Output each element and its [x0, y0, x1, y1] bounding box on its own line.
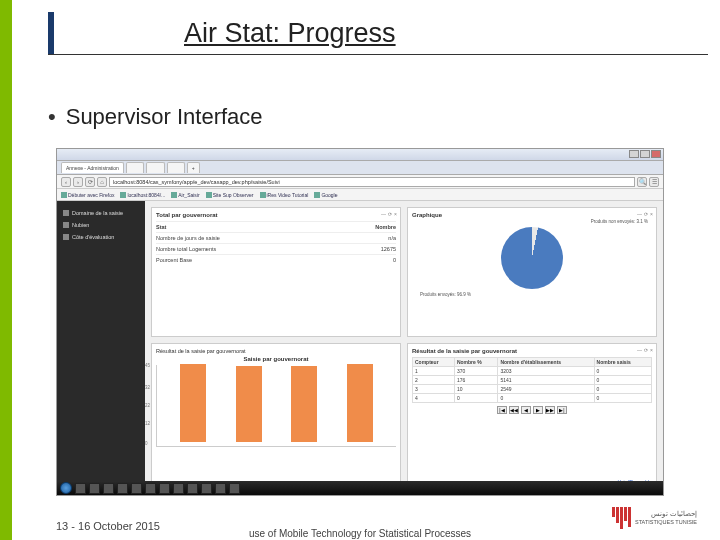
home-button[interactable]: ⌂ [97, 177, 107, 187]
taskbar-icon[interactable] [229, 483, 240, 494]
minimize-icon[interactable]: — [637, 347, 642, 353]
y-tick: 0 [145, 441, 148, 446]
table-row: Nombre total Logements12675 [156, 243, 396, 254]
menu-icon[interactable]: ☰ [649, 177, 659, 187]
bookmark-item[interactable]: Google [314, 192, 337, 198]
browser-tab-strip: Annexe - Administration + [57, 161, 663, 175]
pager-prev-fast[interactable]: ◀◀ [509, 406, 519, 414]
browser-tab[interactable] [146, 162, 164, 173]
taskbar-icon[interactable] [145, 483, 156, 494]
close-icon[interactable]: × [650, 211, 653, 217]
window-titlebar[interactable] [57, 149, 663, 161]
minimize-icon[interactable]: — [381, 211, 386, 217]
refresh-icon[interactable]: ⟳ [644, 347, 648, 353]
bar [236, 366, 262, 442]
refresh-icon[interactable]: ⟳ [388, 211, 392, 217]
table-row: 31025490 [413, 385, 652, 394]
pie-chart: Produits non envoyés: 3.1 % Produits env… [412, 221, 652, 295]
panel-title: Résultat de la saisie par gouvernorat [412, 348, 652, 354]
app-body: Domaine de la saisie Nubien Côte d'évalu… [57, 201, 663, 495]
pager-next[interactable]: ▶ [533, 406, 543, 414]
new-tab-button[interactable]: + [187, 162, 200, 173]
bookmark-item[interactable]: iRes Video Tutorial [260, 192, 309, 198]
bookmark-bar: Débuter avec Firefox localhost:8084/... … [57, 189, 663, 201]
taskbar-icon[interactable] [117, 483, 128, 494]
panel-title: Total par gouvernorat [156, 212, 396, 218]
taskbar-icon[interactable] [201, 483, 212, 494]
maximize-button[interactable] [640, 150, 650, 158]
browser-tab[interactable] [126, 162, 144, 173]
taskbar-icon[interactable] [159, 483, 170, 494]
sidebar-item[interactable]: Côte d'évaluation [61, 231, 141, 243]
refresh-icon[interactable]: ⟳ [644, 211, 648, 217]
bookmark-item[interactable]: localhost:8084/... [120, 192, 165, 198]
panel-tools: —⟳× [381, 211, 397, 217]
table-row: Pourcent Base0 [156, 254, 396, 265]
pie-graphic [501, 227, 563, 289]
table-header-row: StatNombre [156, 221, 396, 232]
chart-title: Saisie par gouvernorat [156, 356, 396, 362]
bar [347, 364, 373, 442]
taskbar-icon[interactable] [131, 483, 142, 494]
bookmark-icon [206, 192, 212, 198]
gauge-icon [63, 210, 69, 216]
back-button[interactable]: ‹ [61, 177, 71, 187]
bookmark-item[interactable]: Air_Saisir [171, 192, 199, 198]
pager-last[interactable]: ▶| [557, 406, 567, 414]
close-icon[interactable]: × [650, 347, 653, 353]
footer-date: 13 - 16 October 2015 [56, 520, 160, 532]
url-input[interactable]: localhost:8084/cas_symfony/app/e_dev/cas… [109, 177, 635, 187]
taskbar-icon[interactable] [173, 483, 184, 494]
sidebar: Domaine de la saisie Nubien Côte d'évalu… [57, 201, 145, 495]
logo-statistiques-tunisie: إحصائيات تونس STATISTIQUES TUNISIE [612, 502, 700, 534]
close-icon[interactable]: × [394, 211, 397, 217]
bookmark-icon [171, 192, 177, 198]
taskbar-icon[interactable] [187, 483, 198, 494]
bookmark-item[interactable]: Débuter avec Firefox [61, 192, 114, 198]
sidebar-item[interactable]: Nubien [61, 219, 141, 231]
logo-text: إحصائيات تونس STATISTIQUES TUNISIE [635, 510, 697, 526]
bullet-text: Supervisor Interface [66, 104, 263, 129]
close-button[interactable] [651, 150, 661, 158]
pager-first[interactable]: |◀ [497, 406, 507, 414]
gear-icon [63, 234, 69, 240]
slide-title: Air Stat: Progress [54, 12, 528, 49]
y-tick: 32 [145, 385, 150, 390]
taskbar-icon[interactable] [89, 483, 100, 494]
bar-chart: 45 32 22 12 0 [156, 365, 396, 447]
y-tick: 22 [145, 403, 150, 408]
taskbar-icon[interactable] [215, 483, 226, 494]
minimize-button[interactable] [629, 150, 639, 158]
taskbar-icon[interactable] [75, 483, 86, 494]
slide-accent-rail [0, 0, 12, 540]
pager-prev[interactable]: ◀ [521, 406, 531, 414]
bullet-supervisor-interface: •Supervisor Interface [48, 104, 263, 130]
browser-tab[interactable]: Annexe - Administration [61, 162, 124, 173]
search-icon[interactable]: 🔍 [637, 177, 647, 187]
minimize-icon[interactable]: — [637, 211, 642, 217]
address-bar-row: ‹ › ⟳ ⌂ localhost:8084/cas_symfony/app/e… [57, 175, 663, 189]
taskbar-icon[interactable] [103, 483, 114, 494]
results-table: Compteur Nombre % Nombre d'établissement… [412, 357, 652, 403]
y-tick: 12 [145, 421, 150, 426]
reload-button[interactable]: ⟳ [85, 177, 95, 187]
pager-next-fast[interactable]: ▶▶ [545, 406, 555, 414]
panel-title: Graphique [412, 212, 652, 218]
table-row: 137032030 [413, 367, 652, 376]
panel-total-gouvernorat: Total par gouvernorat —⟳× StatNombre Nom… [151, 207, 401, 337]
pie-slice-label: Produits envoyés: 96.9 % [420, 292, 471, 297]
y-tick: 45 [145, 363, 150, 368]
start-button[interactable] [60, 482, 72, 494]
main-dashboard: Total par gouvernorat —⟳× StatNombre Nom… [145, 201, 663, 495]
sidebar-item[interactable]: Domaine de la saisie [61, 207, 141, 219]
bullet-dot: • [48, 104, 56, 129]
title-underline [48, 54, 708, 55]
forward-button[interactable]: › [73, 177, 83, 187]
table-row: 4000 [413, 394, 652, 403]
bar [180, 364, 206, 442]
bookmark-icon [120, 192, 126, 198]
bookmark-item[interactable]: Site Sup Observer [206, 192, 254, 198]
windows-taskbar[interactable] [57, 481, 663, 495]
panel-bar-chart: Résultat de la saisie par gouvernorat Sa… [151, 343, 401, 489]
browser-tab[interactable] [167, 162, 185, 173]
